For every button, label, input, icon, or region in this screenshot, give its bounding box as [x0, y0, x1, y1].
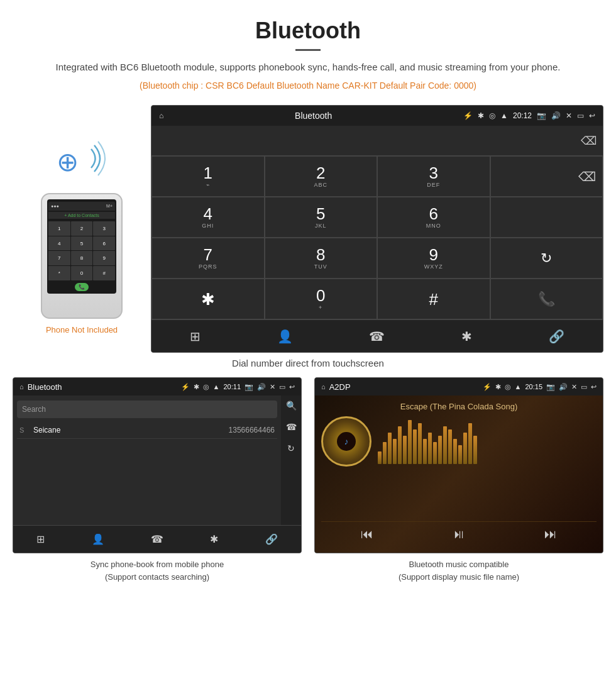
phone-bottom-row: 📞: [48, 283, 115, 291]
link-icon-pb[interactable]: 🔗: [265, 533, 278, 545]
search-placeholder: Search: [22, 405, 46, 414]
bt-icon-pb: ✱: [194, 383, 199, 391]
key-empty-2: [490, 197, 603, 238]
vis-bar: [378, 451, 382, 464]
next-button[interactable]: ⏭: [544, 527, 557, 541]
home-icon-mu: ⌂: [321, 383, 326, 390]
vis-bar: [468, 423, 472, 464]
vis-bar: [428, 433, 432, 464]
music-caption: Bluetooth music compatible(Support displ…: [399, 558, 519, 583]
apps-icon-pb[interactable]: ⊞: [36, 533, 45, 545]
music-note-icon: ♪: [344, 436, 349, 446]
key-hash[interactable]: #: [377, 279, 490, 319]
phone-icon-pb[interactable]: ☎: [151, 533, 163, 545]
vis-bar: [403, 436, 407, 464]
song-title: Escape (The Pina Colada Song): [400, 402, 517, 411]
bt-icon-mu: ✱: [495, 383, 501, 391]
vis-bar: [383, 442, 387, 464]
key-star[interactable]: ✱: [151, 279, 265, 319]
key-reload[interactable]: ↻: [490, 238, 603, 279]
key-1[interactable]: 1 ⌁: [151, 156, 265, 197]
x-icon-pb: ✕: [270, 383, 275, 391]
phone-key-7: 7: [48, 251, 70, 265]
dialer-status-bar: ⌂ Bluetooth ⚡ ✱ ◎ ▲ 20:12 📷 🔊 ✕ ▭ ↩: [151, 106, 603, 126]
link-icon[interactable]: 🔗: [549, 329, 564, 344]
phone-key-3: 3: [93, 221, 115, 236]
phonebook-caption: Sync phone-book from mobile phone(Suppor…: [91, 558, 224, 583]
key-7[interactable]: 7 PQRS: [151, 238, 265, 279]
key-8[interactable]: 8 TUV: [265, 238, 378, 279]
contacts-icon-pb[interactable]: 👤: [92, 533, 104, 545]
key-call[interactable]: 📞: [490, 279, 603, 319]
bluetooth-bottom-icon[interactable]: ✱: [461, 329, 472, 344]
reload-side-icon[interactable]: ↻: [287, 443, 295, 453]
page-header: Bluetooth Integrated with BC6 Bluetooth …: [0, 0, 616, 99]
play-pause-button[interactable]: ⏯: [453, 527, 465, 541]
vol-icon-pb: 🔊: [257, 383, 266, 391]
phone-call-button: 📞: [75, 283, 89, 291]
phone-icon[interactable]: ☎: [369, 329, 385, 344]
apps-icon[interactable]: ⊞: [190, 329, 201, 344]
x-icon-mu: ✕: [571, 383, 577, 391]
usb-icon-pb: ⚡: [181, 383, 190, 391]
music-album-area: ♪: [321, 416, 597, 467]
page-title: Bluetooth: [38, 18, 578, 44]
vis-bar: [423, 439, 427, 464]
key-9[interactable]: 9 WXYZ: [377, 238, 490, 279]
dialer-bottom-bar: ⊞ 👤 ☎ ✱ 🔗: [151, 319, 603, 352]
bluetooth-status-icon: ✱: [478, 111, 484, 120]
keypad-grid: 1 ⌁ 2 ABC 3 DEF ⌫ 4 GHI 5: [151, 156, 603, 319]
music-controls: ⏮ ⏯ ⏭: [321, 521, 597, 546]
contacts-icon[interactable]: 👤: [277, 329, 293, 344]
phone-key-0: 0: [71, 266, 93, 280]
vis-bar: [438, 436, 442, 464]
key-3[interactable]: 3 DEF: [377, 156, 490, 197]
search-side-icon[interactable]: 🔍: [286, 401, 297, 411]
bt-icon-pb2[interactable]: ✱: [210, 533, 218, 545]
camera-icon: 📷: [537, 111, 546, 120]
contact-list: S Seicane 13566664466: [17, 422, 277, 439]
vis-bar: [458, 445, 462, 464]
phone-key-6: 6: [93, 236, 115, 251]
phonebook-bottom-bar: ⊞ 👤 ☎ ✱ 🔗: [13, 525, 301, 553]
cam-icon-mu: 📷: [546, 383, 555, 391]
music-item: ⌂ A2DP ⚡ ✱ ◎ ▲ 20:15 📷 🔊 ✕ ▭ ↩ Escape (T…: [314, 377, 603, 583]
vis-bar: [453, 439, 457, 464]
backspace-button[interactable]: ⌫: [581, 134, 597, 148]
sig-icon-mu: ▲: [515, 383, 522, 390]
key-4[interactable]: 4 GHI: [151, 197, 265, 238]
signal-icon: ▲: [500, 111, 508, 120]
phone-illustration-side: ⊕ ●●●M+ + Add to Contacts 1 2 3 4 5: [13, 105, 151, 353]
album-art: ♪: [321, 416, 371, 467]
back-icon-pb: ↩: [289, 383, 295, 391]
contact-name: Seicane: [33, 426, 224, 434]
vis-bar: [388, 433, 392, 464]
vis-bar: [398, 426, 402, 464]
music-content: Escape (The Pina Colada Song) ♪ ⏮ ⏯ ⏭: [315, 396, 603, 553]
key-2[interactable]: 2 ABC: [265, 156, 378, 197]
key-5[interactable]: 5 JKL: [265, 197, 378, 238]
key-0[interactable]: 0 +: [265, 279, 378, 319]
phone-not-included-label: Phone Not Included: [46, 325, 118, 335]
key-6[interactable]: 6 MNO: [377, 197, 490, 238]
phone-side-icon[interactable]: ☎: [286, 422, 297, 432]
phone-key-star: *: [48, 266, 70, 280]
cam-icon-pb: 📷: [245, 383, 253, 391]
home-icon: ⌂: [159, 111, 163, 120]
home-icon-pb: ⌂: [19, 383, 24, 390]
prev-button[interactable]: ⏮: [361, 527, 373, 541]
phone-add-contact: + Add to Contacts: [48, 212, 115, 219]
dial-caption: Dial number direct from touchscreen: [0, 358, 616, 368]
bluetooth-logo-area: ⊕: [44, 136, 119, 187]
phone-keypad: 1 2 3 4 5 6 7 8 9 * 0 #: [48, 221, 115, 280]
vis-bar: [413, 429, 417, 464]
vis-bar: [463, 433, 467, 464]
backspace-icon[interactable]: ⌫: [578, 169, 596, 184]
reload-icon: ↻: [541, 250, 552, 267]
call-icon: 📞: [538, 291, 555, 307]
contact-item[interactable]: S Seicane 13566664466: [17, 422, 277, 439]
bluetooth-specs: (Bluetooth chip : CSR BC6 Default Blueto…: [38, 79, 578, 92]
volume-icon: 🔊: [551, 111, 561, 120]
search-bar[interactable]: Search: [17, 401, 277, 418]
win-icon-mu: ▭: [581, 383, 587, 391]
